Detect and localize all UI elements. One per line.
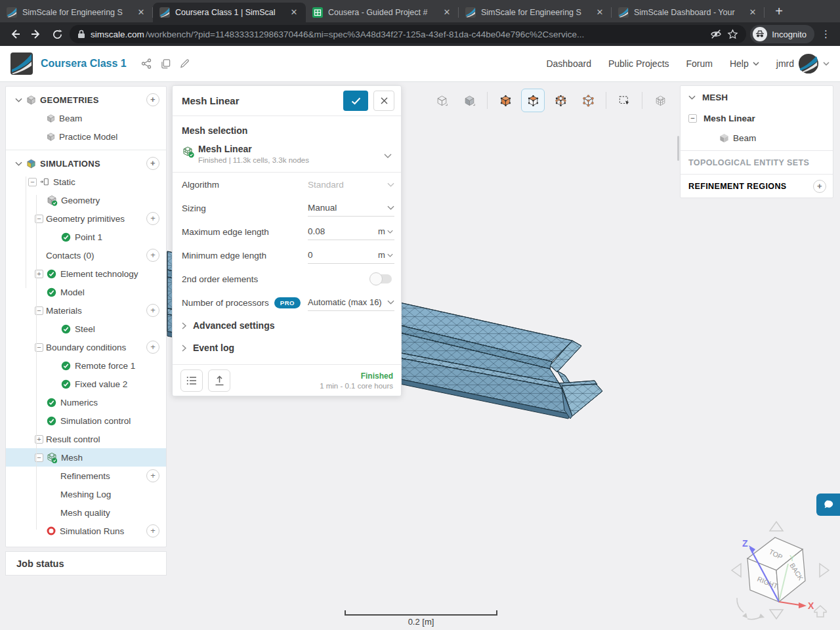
tree-item-mesh-quality[interactable]: Mesh quality [6, 503, 166, 522]
url-bar[interactable]: simscale.com/workbench/?pid=114833331298… [70, 25, 746, 43]
chevron-down-icon[interactable] [15, 161, 22, 166]
bookmark-star-icon[interactable] [727, 29, 738, 40]
select-vertex-button[interactable] [576, 89, 600, 112]
tree-item-geometry-primitives[interactable]: −Geometry primitives+ [6, 209, 166, 228]
browser-tab-1[interactable]: Coursera Class 1 | SimScal✕ [153, 3, 306, 22]
home-view-icon[interactable] [814, 606, 826, 617]
browser-menu-icon[interactable]: ⋮ [818, 28, 833, 40]
tree-item-beam[interactable]: Beam [6, 109, 166, 127]
tab-close-icon[interactable]: ✕ [747, 7, 758, 18]
copy-icon[interactable] [161, 58, 171, 69]
view-cube-outline-button[interactable] [430, 89, 453, 112]
share-icon[interactable] [141, 58, 152, 69]
add-button[interactable]: + [146, 157, 159, 170]
new-tab-button[interactable]: + [770, 3, 788, 21]
nav-forum[interactable]: Forum [686, 58, 713, 69]
tree-item-steel[interactable]: Steel [6, 320, 166, 338]
expander-box[interactable]: − [28, 178, 37, 186]
rotate-down-arrow[interactable] [770, 610, 783, 619]
beam-row[interactable]: Beam [681, 128, 833, 148]
close-button[interactable] [373, 91, 394, 111]
rotate-left-arrow[interactable] [732, 564, 741, 577]
help-menu[interactable]: Help [730, 58, 759, 69]
browser-tab-3[interactable]: SimScale for Engineering S✕ [459, 3, 612, 22]
collapse-box[interactable]: − [688, 114, 697, 123]
forward-button[interactable] [28, 26, 45, 43]
export-button[interactable] [208, 369, 230, 392]
select-face-button[interactable] [521, 89, 545, 112]
tab-close-icon[interactable]: ✕ [442, 7, 452, 18]
nav-public-projects[interactable]: Public Projects [608, 58, 669, 69]
tree-item-model[interactable]: Model [6, 283, 166, 301]
max-edge-unit-select[interactable]: m [378, 223, 394, 240]
box-select-button[interactable] [612, 89, 636, 112]
mesh-linear-row[interactable]: − Mesh Linear [681, 108, 833, 128]
tree-item-materials[interactable]: −Materials+ [6, 301, 166, 320]
advanced-settings-toggle[interactable]: Advanced settings [173, 314, 401, 337]
add-button[interactable]: + [146, 304, 159, 317]
tab-close-icon[interactable]: ✕ [289, 7, 299, 18]
tree-item-element-technology[interactable]: +Element technology [6, 264, 166, 283]
min-edge-input[interactable] [308, 250, 360, 260]
add-button[interactable]: + [146, 469, 159, 482]
mesh-log-button[interactable] [180, 369, 203, 392]
tree-item-simulation-control[interactable]: Simulation control [6, 411, 166, 430]
tree-item-practice-model[interactable]: Practice Model [6, 127, 166, 146]
browser-tab-0[interactable]: SimScale for Engineering S✕ [0, 3, 153, 22]
tree-item-numerics[interactable]: Numerics [6, 393, 166, 411]
tree-item-remote-force-1[interactable]: Remote force 1 [6, 356, 166, 375]
tree-item-static[interactable]: −Static [6, 173, 166, 191]
browser-tab-4[interactable]: SimScale Dashboard - Your✕ [612, 3, 765, 22]
add-button[interactable]: + [146, 93, 159, 106]
tree-item-mesh[interactable]: −Mesh [6, 448, 166, 467]
tree-item-simulation-runs[interactable]: Simulation Runs+ [6, 522, 166, 540]
min-edge-unit-select[interactable]: m [378, 247, 394, 264]
add-refinement-region-button[interactable]: + [813, 180, 826, 193]
tab-close-icon[interactable]: ✕ [595, 7, 605, 18]
nav-dashboard[interactable]: Dashboard [546, 58, 591, 69]
eye-off-icon[interactable] [710, 29, 722, 39]
tree-item-result-control[interactable]: +Result control [6, 430, 166, 448]
job-status-panel[interactable]: Job status [5, 551, 167, 576]
add-button[interactable]: + [146, 524, 159, 537]
select-edge-button[interactable] [549, 89, 572, 112]
user-menu[interactable]: jmrd [776, 53, 830, 74]
max-edge-input[interactable] [308, 226, 360, 236]
navigation-cube[interactable]: Y Z X TOP RIGHT BACK [724, 514, 837, 627]
add-button[interactable]: + [146, 249, 159, 262]
processors-select[interactable]: Automatic (max 16) [308, 294, 394, 311]
tree-item-contacts-0-[interactable]: Contacts (0)+ [6, 246, 166, 264]
event-log-toggle[interactable]: Event log [173, 337, 401, 359]
reload-button[interactable] [49, 26, 66, 43]
apply-button[interactable] [343, 91, 368, 111]
select-volume-button[interactable] [494, 89, 517, 112]
tree-item-geometry[interactable]: Geometry [6, 191, 166, 209]
mesh-view-button[interactable] [648, 89, 672, 112]
tree-item-refinements[interactable]: Refinements+ [6, 467, 166, 485]
mesh-root-row[interactable]: MESH [681, 86, 833, 108]
tree-item-fixed-value-2[interactable]: Fixed value 2 [6, 375, 166, 393]
add-button[interactable]: + [146, 212, 159, 225]
rotate-up-arrow[interactable] [770, 522, 783, 531]
add-button[interactable]: + [146, 341, 159, 354]
second-order-toggle[interactable] [371, 274, 392, 284]
refinement-regions-section[interactable]: REFINEMENT REGIONS + [681, 174, 833, 198]
tree-item-boundary-conditions[interactable]: −Boundary conditions+ [6, 338, 166, 356]
browser-tab-2[interactable]: Cousera - Guided Project #✕ [306, 3, 459, 22]
sizing-select[interactable]: Manual [308, 200, 394, 217]
mesh-selector[interactable]: Mesh Linear Finished | 11.3k cells, 3.3k… [173, 142, 401, 173]
tree-item-meshing-log[interactable]: Meshing Log [6, 485, 166, 503]
roll-ccw-arrow[interactable] [737, 598, 744, 612]
rotate-right-arrow[interactable] [820, 564, 829, 577]
back-button[interactable] [7, 26, 24, 43]
panel-drag-handle[interactable] [677, 136, 679, 161]
chevron-down-icon[interactable] [15, 98, 22, 102]
tree-section-geometries[interactable]: GEOMETRIES+ [6, 91, 166, 109]
tree-item-point-1[interactable]: Point 1 [6, 228, 166, 246]
tab-close-icon[interactable]: ✕ [136, 7, 146, 18]
view-cube-solid-button[interactable] [457, 89, 481, 112]
topological-entity-sets-section[interactable]: TOPOLOGICAL ENTITY SETS [681, 150, 833, 174]
tree-section-simulations[interactable]: SIMULATIONS+ [6, 154, 166, 173]
support-chat-button[interactable] [816, 494, 840, 516]
edit-pencil-icon[interactable] [180, 58, 190, 69]
